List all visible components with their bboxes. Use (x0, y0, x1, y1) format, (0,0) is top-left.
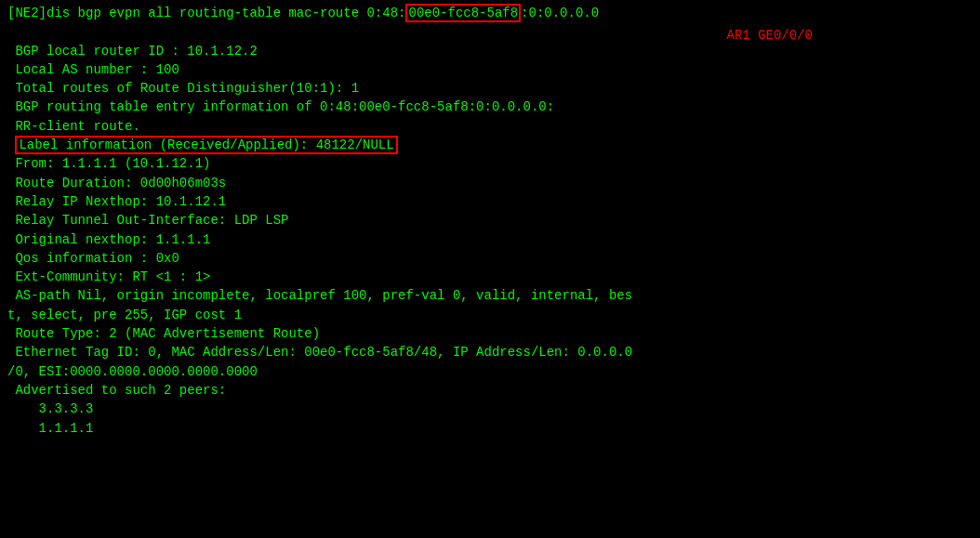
terminal-window: AR1 GE0/0/0 [NE2]dis bgp evpn all routin… (0, 0, 980, 538)
total-routes-line: Total routes of Route Distinguisher(10:1… (7, 79, 973, 98)
ethernet-tag-line2: /0, ESI:0000.0000.0000.0000.0000 (7, 362, 973, 381)
ethernet-tag-line1: Ethernet Tag ID: 0, MAC Address/Len: 00e… (7, 343, 973, 361)
as-path-line2: t, select, pre 255, IGP cost 1 (7, 306, 973, 324)
bgp-entry-line: BGP routing table entry information of 0… (7, 98, 973, 116)
route-duration-line: Route Duration: 0d00h06m03s (7, 174, 973, 192)
original-nexthop-line: Original nexthop: 1.1.1.1 (7, 230, 973, 249)
cmd-line: [NE2]dis bgp evpn all routing-table mac-… (7, 4, 973, 22)
route-type-line: Route Type: 2 (MAC Advertisement Route) (7, 324, 973, 343)
peer2-line: 1.1.1.1 (7, 419, 973, 438)
cmd-prefix: [NE2]dis bgp evpn all routing-table mac-… (7, 6, 405, 20)
bgp-router-id-line: BGP local router ID : 10.1.12.2 (7, 42, 973, 60)
relay-ip-line: Relay IP Nexthop: 10.1.12.1 (7, 192, 973, 211)
peer1-line: 3.3.3.3 (7, 400, 973, 418)
as-path-line1: AS-path Nil, origin incomplete, localpre… (7, 286, 973, 305)
cmd-suffix: :0:0.0.0.0 (521, 6, 599, 20)
advertised-line: Advertised to such 2 peers: (7, 381, 973, 400)
ext-community-line: Ext-Community: RT <1 : 1> (7, 268, 973, 286)
relay-tunnel-line: Relay Tunnel Out-Interface: LDP LSP (7, 211, 973, 230)
ar1-label: AR1 GE0/0/0 (727, 28, 813, 43)
local-as-line: Local AS number : 100 (7, 60, 973, 79)
label-info-line: Label information (Received/Applied): 48… (7, 136, 973, 154)
rr-client-line: RR-client route. (7, 117, 973, 136)
mac-address-highlight: 00e0-fcc8-5af8 (405, 4, 521, 22)
qos-info-line: Qos information : 0x0 (7, 249, 973, 268)
blank-line (7, 22, 973, 41)
from-line: From: 1.1.1.1 (10.1.12.1) (7, 154, 973, 173)
label-info-highlight: Label information (Received/Applied): 48… (15, 136, 397, 154)
